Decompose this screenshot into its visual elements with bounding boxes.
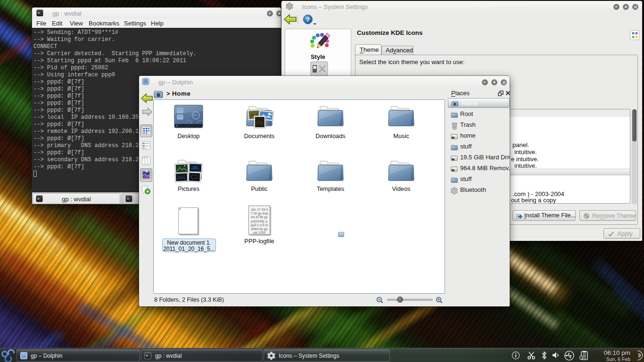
svg-text:88: 88 [269, 113, 272, 116]
svg-text:?: ? [306, 16, 310, 23]
svg-text:i: i [515, 352, 517, 359]
